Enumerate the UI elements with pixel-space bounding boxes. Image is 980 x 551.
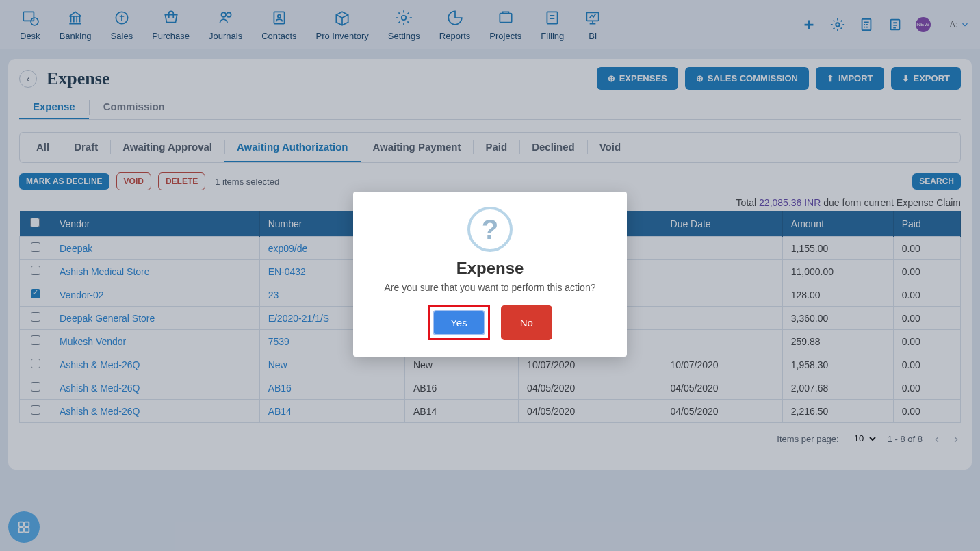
modal-title: Expense bbox=[370, 259, 610, 278]
yes-button[interactable]: Yes bbox=[433, 310, 485, 335]
yes-highlight-box: Yes bbox=[428, 305, 489, 340]
question-icon: ? bbox=[467, 207, 513, 252]
no-button[interactable]: No bbox=[501, 305, 552, 340]
modal-message: Are you sure that you want to perform th… bbox=[370, 282, 610, 293]
modal-buttons: Yes No bbox=[370, 305, 610, 340]
confirm-modal: ? Expense Are you sure that you want to … bbox=[353, 192, 627, 357]
modal-overlay: ? Expense Are you sure that you want to … bbox=[0, 0, 980, 551]
